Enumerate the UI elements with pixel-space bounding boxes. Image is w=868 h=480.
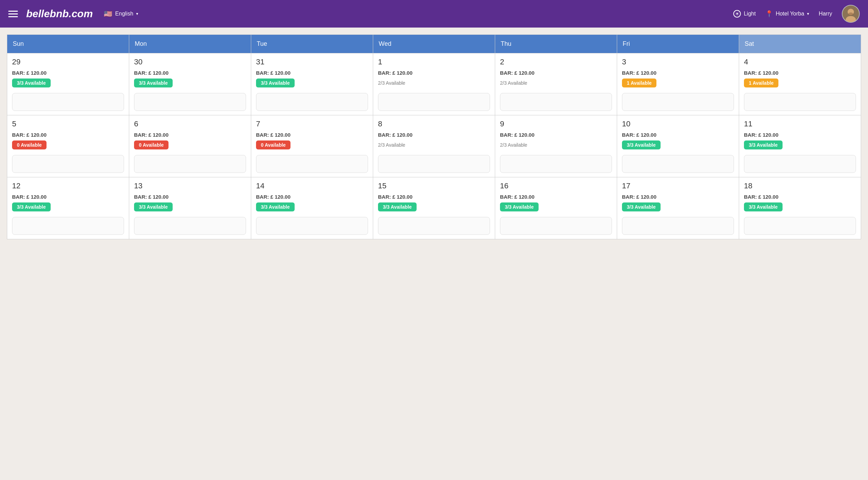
date-number: 30 bbox=[134, 58, 246, 66]
header: bellebnb.com 🇺🇸 English ▾ ☀ Light 📍 Hote… bbox=[0, 0, 868, 28]
bar-rate: BAR: £ 120.00 bbox=[622, 194, 734, 200]
calendar-cell[interactable]: 18BAR: £ 120.003/3 Available bbox=[739, 177, 861, 239]
svg-point-3 bbox=[848, 12, 854, 15]
calendar-cell[interactable]: 2BAR: £ 120.002/3 Available bbox=[495, 53, 617, 115]
availability-badge: 2/3 Available bbox=[500, 79, 532, 87]
note-box[interactable] bbox=[378, 93, 490, 111]
note-box[interactable] bbox=[744, 93, 856, 111]
calendar-cell[interactable]: 3BAR: £ 120.001 Available bbox=[617, 53, 739, 115]
calendar-cell[interactable]: 6BAR: £ 120.000 Available bbox=[129, 115, 251, 177]
date-number: 15 bbox=[378, 181, 490, 190]
avatar[interactable] bbox=[842, 5, 860, 23]
note-box[interactable] bbox=[500, 93, 612, 111]
day-header-mon: Mon bbox=[129, 35, 251, 53]
theme-label: Light bbox=[744, 11, 756, 17]
calendar-cell[interactable]: 5BAR: £ 120.000 Available bbox=[7, 115, 129, 177]
bar-rate: BAR: £ 120.00 bbox=[500, 70, 612, 76]
hotel-selector[interactable]: 📍 Hotel Yorba ▾ bbox=[765, 10, 809, 18]
availability-badge: 3/3 Available bbox=[378, 202, 417, 211]
note-box[interactable] bbox=[744, 217, 856, 235]
calendar-cell[interactable]: 13BAR: £ 120.003/3 Available bbox=[129, 177, 251, 239]
bar-rate: BAR: £ 120.00 bbox=[500, 132, 612, 138]
calendar-cell[interactable]: 7BAR: £ 120.000 Available bbox=[251, 115, 373, 177]
calendar-cell[interactable]: 29BAR: £ 120.003/3 Available bbox=[7, 53, 129, 115]
note-box[interactable] bbox=[12, 217, 124, 235]
note-box[interactable] bbox=[256, 217, 368, 235]
calendar-cell[interactable]: 31BAR: £ 120.003/3 Available bbox=[251, 53, 373, 115]
calendar-cell[interactable]: 16BAR: £ 120.003/3 Available bbox=[495, 177, 617, 239]
date-number: 10 bbox=[622, 119, 734, 128]
date-number: 16 bbox=[500, 181, 612, 190]
calendar-cell[interactable]: 14BAR: £ 120.003/3 Available bbox=[251, 177, 373, 239]
calendar-cell[interactable]: 15BAR: £ 120.003/3 Available bbox=[373, 177, 495, 239]
date-number: 5 bbox=[12, 119, 124, 128]
bar-rate: BAR: £ 120.00 bbox=[256, 132, 368, 138]
availability-badge: 3/3 Available bbox=[134, 202, 173, 211]
date-number: 18 bbox=[744, 181, 856, 190]
date-number: 2 bbox=[500, 58, 612, 66]
note-box[interactable] bbox=[622, 155, 734, 173]
calendar-cell[interactable]: 10BAR: £ 120.003/3 Available bbox=[617, 115, 739, 177]
availability-badge: 3/3 Available bbox=[134, 79, 173, 87]
availability-badge: 0 Available bbox=[256, 140, 290, 149]
flag-icon: 🇺🇸 bbox=[104, 10, 112, 18]
note-box[interactable] bbox=[500, 217, 612, 235]
date-number: 14 bbox=[256, 181, 368, 190]
chevron-down-icon: ▾ bbox=[136, 11, 138, 16]
sun-icon: ☀ bbox=[733, 10, 741, 18]
calendar-cell[interactable]: 4BAR: £ 120.001 Available bbox=[739, 53, 861, 115]
note-box[interactable] bbox=[256, 93, 368, 111]
date-number: 8 bbox=[378, 119, 490, 128]
availability-badge: 3/3 Available bbox=[500, 202, 539, 211]
calendar-cell[interactable]: 11BAR: £ 120.003/3 Available bbox=[739, 115, 861, 177]
availability-badge: 2/3 Available bbox=[378, 140, 410, 149]
day-header-sat: Sat bbox=[739, 35, 861, 53]
note-box[interactable] bbox=[622, 217, 734, 235]
location-icon: 📍 bbox=[765, 10, 773, 18]
availability-badge: 3/3 Available bbox=[12, 202, 51, 211]
availability-badge: 0 Available bbox=[134, 140, 169, 149]
bar-rate: BAR: £ 120.00 bbox=[744, 70, 856, 76]
bar-rate: BAR: £ 120.00 bbox=[256, 70, 368, 76]
calendar-cell[interactable]: 9BAR: £ 120.002/3 Available bbox=[495, 115, 617, 177]
menu-button[interactable] bbox=[8, 11, 18, 17]
bar-rate: BAR: £ 120.00 bbox=[12, 70, 124, 76]
bar-rate: BAR: £ 120.00 bbox=[12, 194, 124, 200]
availability-badge: 3/3 Available bbox=[622, 202, 661, 211]
note-box[interactable] bbox=[378, 217, 490, 235]
date-number: 12 bbox=[12, 181, 124, 190]
bar-rate: BAR: £ 120.00 bbox=[622, 70, 734, 76]
calendar-cell[interactable]: 17BAR: £ 120.003/3 Available bbox=[617, 177, 739, 239]
availability-badge: 3/3 Available bbox=[622, 140, 661, 149]
availability-badge: 3/3 Available bbox=[256, 79, 295, 87]
note-box[interactable] bbox=[12, 93, 124, 111]
day-header-fri: Fri bbox=[617, 35, 739, 53]
chevron-down-icon: ▾ bbox=[807, 11, 809, 16]
note-box[interactable] bbox=[500, 155, 612, 173]
note-box[interactable] bbox=[134, 217, 246, 235]
calendar-cell[interactable]: 12BAR: £ 120.003/3 Available bbox=[7, 177, 129, 239]
calendar-cell[interactable]: 8BAR: £ 120.002/3 Available bbox=[373, 115, 495, 177]
bar-rate: BAR: £ 120.00 bbox=[744, 194, 856, 200]
calendar-grid: SunMonTueWedThuFriSat29BAR: £ 120.003/3 … bbox=[7, 34, 861, 239]
language-selector[interactable]: 🇺🇸 English ▾ bbox=[104, 10, 138, 18]
calendar-cell[interactable]: 30BAR: £ 120.003/3 Available bbox=[129, 53, 251, 115]
date-number: 6 bbox=[134, 119, 246, 128]
note-box[interactable] bbox=[744, 155, 856, 173]
note-box[interactable] bbox=[12, 155, 124, 173]
day-header-wed: Wed bbox=[373, 35, 495, 53]
note-box[interactable] bbox=[378, 155, 490, 173]
note-box[interactable] bbox=[622, 93, 734, 111]
availability-badge: 1 Available bbox=[744, 79, 778, 87]
theme-selector[interactable]: ☀ Light bbox=[733, 10, 756, 18]
calendar-cell[interactable]: 1BAR: £ 120.002/3 Available bbox=[373, 53, 495, 115]
note-box[interactable] bbox=[134, 93, 246, 111]
availability-badge: 3/3 Available bbox=[744, 140, 783, 149]
note-box[interactable] bbox=[134, 155, 246, 173]
username-label: Harry bbox=[819, 11, 832, 17]
bar-rate: BAR: £ 120.00 bbox=[134, 194, 246, 200]
note-box[interactable] bbox=[256, 155, 368, 173]
date-number: 17 bbox=[622, 181, 734, 190]
date-number: 11 bbox=[744, 119, 856, 128]
date-number: 31 bbox=[256, 58, 368, 66]
